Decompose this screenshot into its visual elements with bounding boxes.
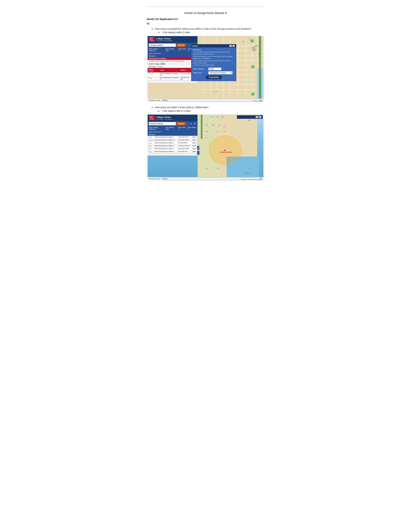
table-cell: Miami Municipal Fire Station 14: [159, 72, 179, 76]
table-row: 🔍 14Miami Municipal Fire Station 142119 …: [148, 72, 197, 76]
table-cell: Miami Municipal Fire Station 7: [154, 148, 177, 150]
scrollbar-2[interactable]: [148, 153, 197, 156]
enabled-text-1: Enabled by Miam: [253, 100, 263, 102]
help-icon-2[interactable]: ?: [186, 122, 189, 125]
export-html-link-1[interactable]: html: [156, 63, 159, 65]
row-icon[interactable]: 🔍 7: [148, 148, 154, 150]
layer-view-arrows-2: ⋮⋮: [193, 131, 196, 133]
viewer-panel-1: MIAMI DADE COUNTY e-Maps Viewer GIS data…: [148, 36, 198, 83]
search-bar-1: Search ? ↺ ✉: [148, 43, 197, 48]
table-row: 🔍 4Miami Municipal Fire Station 41105 SW…: [148, 145, 197, 148]
help-icon-1[interactable]: ?: [186, 44, 189, 47]
results-title-1[interactable]: Results ▾: [148, 55, 197, 57]
viewer-header-text-1: e-Maps Viewer GIS data for map display: [156, 38, 172, 41]
enabled-text-2: Enabled by Miami-Dade County GIS 2: [241, 179, 263, 180]
table-cell: Miami Municipal Fire Station 4: [159, 76, 179, 80]
row-icon[interactable]: 🔍 14: [148, 139, 154, 142]
table-cell: Miami Municipal Fire Station 1: [154, 142, 177, 145]
table-cell: 2975 Oak Ave: [177, 150, 192, 153]
table-row: 🔍 7Miami Municipal Fire Station 7314 Bea…: [148, 148, 197, 150]
search-button-2[interactable]: Search: [177, 122, 186, 125]
question-1: 1. How many municipal fire stations are …: [151, 28, 264, 30]
toolbar-1: More Search Options ▾ Text Version Only …: [148, 48, 197, 52]
col-name-1: Name: [159, 68, 179, 72]
section-title: Hands On Application 6.2: [147, 18, 264, 21]
more-search-options-2[interactable]: More Search Options ▾: [149, 127, 163, 130]
search-input-2[interactable]: [149, 122, 176, 125]
email-icon-2[interactable]: ✉: [193, 122, 196, 125]
collapse-panel-button-2[interactable]: ◀: [197, 146, 199, 150]
viewer-panel-2: MIAMI DADE COUNTY e-Maps Viewer GIS data…: [148, 115, 198, 156]
table-cell: 1105 SW 2nd Ave: [179, 76, 192, 80]
buffer-minimize-1[interactable]: –: [229, 45, 232, 47]
table-cell: Miami: [192, 145, 197, 148]
layer-view-title-2[interactable]: Layer View List ▾ ⋮⋮: [148, 131, 197, 133]
map-tools-2[interactable]: Map Tools ▾: [178, 127, 186, 130]
buffer-dialog-1: Buffer – × Instructions: 1. Use the Sele…: [191, 44, 236, 81]
fire-stations-sub-1: To export search results, click one of t…: [148, 60, 197, 62]
create-buffer-button-1[interactable]: Create Buffer: [206, 76, 222, 79]
question-2: 2. How many are within 3 miles (that is,…: [151, 106, 264, 109]
row-icon[interactable]: 🔍 8: [148, 150, 154, 153]
row-icon[interactable]: 🔍 4: [148, 145, 154, 148]
dots-button-2[interactable]: ⋮: [197, 151, 199, 155]
buffer-close-1[interactable]: ×: [233, 45, 235, 47]
buffer-titlebar-2: Buffer □ ×: [237, 115, 262, 119]
buffer-titlebar-1: Buffer – ×: [191, 44, 236, 48]
buffer-close-2[interactable]: ×: [259, 116, 261, 118]
screenshot-1: 95 95 913 972 90 41 5 9A TriumphsParkMia…: [148, 36, 263, 102]
info-layer-bar-1: Information Layer: Parcels: [148, 98, 263, 102]
table-cell: Miami Municipal Fire Station 14: [154, 139, 177, 142]
layer-view-title-1[interactable]: Layer View List ▾ ⋮⋮: [148, 52, 197, 55]
number-label: #1: [147, 22, 264, 25]
search-button-1[interactable]: Search: [177, 44, 186, 47]
records-info-1: Records: 1 – 2 of 2: [148, 66, 197, 68]
info-layer-select-1[interactable]: Parcels: [162, 99, 262, 102]
results-title-2[interactable]: Results ▾: [148, 133, 197, 136]
buffer-target-field-1: Target Layer: Municipal Fire Stations: [193, 71, 234, 74]
buffer-dialog-2: Buffer □ ×: [237, 115, 263, 119]
top-border: [147, 6, 264, 7]
text-version-2[interactable]: Text Version Only: [165, 127, 177, 130]
col-station-number-1: Station Number: [148, 68, 159, 72]
table-cell: 1105 SW 2nd Ave: [177, 145, 192, 148]
more-search-options-1[interactable]: More Search Options ▾: [149, 48, 163, 52]
table-cell: Miami: [192, 148, 197, 150]
table-cell: Miami: [192, 139, 197, 142]
results-table-2: 🔍 3Miami Municipal Fire Station 31103 NW…: [148, 136, 197, 153]
table-row: 🔍 14Miami Municipal Fire Station 142119 …: [148, 139, 197, 142]
miami-logo-1: MIAMI DADE COUNTY: [149, 37, 155, 42]
export-row-1: Export to html Excel: [148, 62, 197, 66]
viewer-header-2: MIAMI DADE COUNTY e-Maps Viewer GIS data…: [148, 115, 197, 121]
row-icon[interactable]: 🔍 14: [148, 72, 159, 76]
answer-1: a. 2 fire stations within 2 miles: [158, 31, 264, 34]
text-version-1[interactable]: Text Version Only: [165, 48, 177, 52]
table-cell: Miami Municipal Fire Station 4: [154, 145, 177, 148]
fire-stations-title-1: Municipal Fire Stations: [148, 57, 197, 60]
buffer-distance-field-1: Buffer Distance:: [193, 67, 234, 70]
buffer-body-1: Instructions: 1. Use the Select Tools in…: [191, 48, 236, 81]
buffer-distance-input-1[interactable]: [208, 67, 221, 70]
refresh-icon-2[interactable]: ↺: [189, 122, 192, 125]
map-tools-1[interactable]: Map Tools ▾: [178, 48, 186, 52]
base-maps-2[interactable]: Base Maps ▾: [188, 127, 196, 130]
vizcaya-label: Vizcaya Museum: [220, 151, 232, 153]
page-title: Hands on Assignments Module 6: [147, 11, 264, 15]
search-bar-2: Search ? ↺ ✉: [148, 121, 197, 126]
row-icon[interactable]: 🔍 3: [148, 136, 154, 139]
buffer-minimize-2[interactable]: □: [256, 116, 258, 118]
results-table-1: Station Number Name Address City 🔍 14Mia…: [148, 68, 197, 80]
row-icon[interactable]: 🔍 4: [148, 76, 159, 80]
scrollbar-1[interactable]: [148, 80, 197, 83]
viewer-header-1: MIAMI DADE COUNTY e-Maps Viewer GIS data…: [148, 36, 197, 43]
buffer-instructions-1: Instructions: 1. Use the Select Tools in…: [193, 49, 234, 66]
table-row: 🔍 3Miami Municipal Fire Station 31103 NW…: [148, 136, 197, 139]
vizcaya-point: [224, 150, 225, 151]
export-excel-button-1[interactable]: Excel: [160, 63, 166, 65]
buffer-target-select-1[interactable]: Municipal Fire Stations: [208, 71, 233, 74]
search-input-1[interactable]: [149, 44, 176, 47]
table-cell: 2119 SW 19th St: [179, 72, 192, 76]
table-cell: Miami: [192, 136, 197, 139]
row-icon[interactable]: 🔍 1: [148, 142, 154, 145]
table-cell: 314 Beacon Blvd: [177, 148, 192, 150]
